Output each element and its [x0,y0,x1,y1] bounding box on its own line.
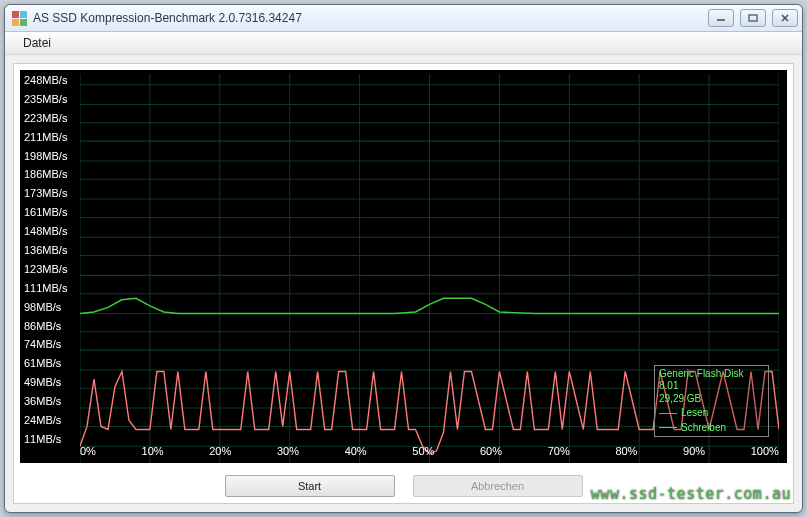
app-window: AS SSD Kompression-Benchmark 2.0.7316.34… [4,4,803,513]
titlebar: AS SSD Kompression-Benchmark 2.0.7316.34… [5,5,802,32]
y-axis: 248MB/s235MB/s223MB/s211MB/s198MB/s186MB… [20,70,80,463]
y-tick: 235MB/s [24,93,78,105]
cancel-button: Abbrechen [413,475,583,497]
x-tick: 60% [480,445,502,459]
legend-label-write: Schreiben [681,422,726,435]
y-tick: 186MB/s [24,168,78,180]
y-tick: 223MB/s [24,112,78,124]
window-buttons [708,9,798,27]
x-tick: 80% [615,445,637,459]
x-tick: 100% [751,445,779,459]
button-bar: Start Abbrechen [14,475,793,497]
legend-swatch-read [659,413,677,414]
menu-file[interactable]: Datei [17,34,57,52]
legend-entry-write: Schreiben [659,422,764,435]
chart: 248MB/s235MB/s223MB/s211MB/s198MB/s186MB… [20,70,787,463]
x-tick: 40% [345,445,367,459]
x-tick: 70% [548,445,570,459]
y-tick: 173MB/s [24,187,78,199]
legend-label-read: Lesen [681,407,708,420]
chart-legend: Generic Flash Disk 8.01 29,29 GB Lesen S… [654,365,769,438]
y-tick: 98MB/s [24,301,78,313]
content-panel: 248MB/s235MB/s223MB/s211MB/s198MB/s186MB… [13,63,794,504]
y-tick: 123MB/s [24,263,78,275]
y-tick: 11MB/s [24,433,78,445]
window-title: AS SSD Kompression-Benchmark 2.0.7316.34… [33,11,708,25]
minimize-button[interactable] [708,9,734,27]
maximize-button[interactable] [740,9,766,27]
app-icon [11,10,27,26]
start-button[interactable]: Start [225,475,395,497]
y-tick: 74MB/s [24,338,78,350]
y-tick: 248MB/s [24,74,78,86]
svg-rect-1 [749,15,757,21]
y-tick: 36MB/s [24,395,78,407]
x-tick: 0% [80,445,96,459]
x-tick: 30% [277,445,299,459]
plot-area: Generic Flash Disk 8.01 29,29 GB Lesen S… [80,74,779,463]
y-tick: 49MB/s [24,376,78,388]
x-tick: 10% [142,445,164,459]
menubar: Datei [5,32,802,55]
y-tick: 61MB/s [24,357,78,369]
y-tick: 198MB/s [24,150,78,162]
y-tick: 86MB/s [24,320,78,332]
x-tick: 90% [683,445,705,459]
legend-swatch-write [659,427,677,428]
y-tick: 161MB/s [24,206,78,218]
y-tick: 136MB/s [24,244,78,256]
legend-capacity: 29,29 GB [659,393,764,406]
legend-disk-name: Generic Flash Disk 8.01 [659,368,764,393]
x-tick: 50% [412,445,434,459]
y-tick: 148MB/s [24,225,78,237]
close-button[interactable] [772,9,798,27]
legend-entry-read: Lesen [659,407,764,420]
y-tick: 211MB/s [24,131,78,143]
y-tick: 24MB/s [24,414,78,426]
y-tick: 111MB/s [24,282,78,294]
x-tick: 20% [209,445,231,459]
x-axis: 0%10%20%30%40%50%60%70%80%90%100% [80,445,779,459]
